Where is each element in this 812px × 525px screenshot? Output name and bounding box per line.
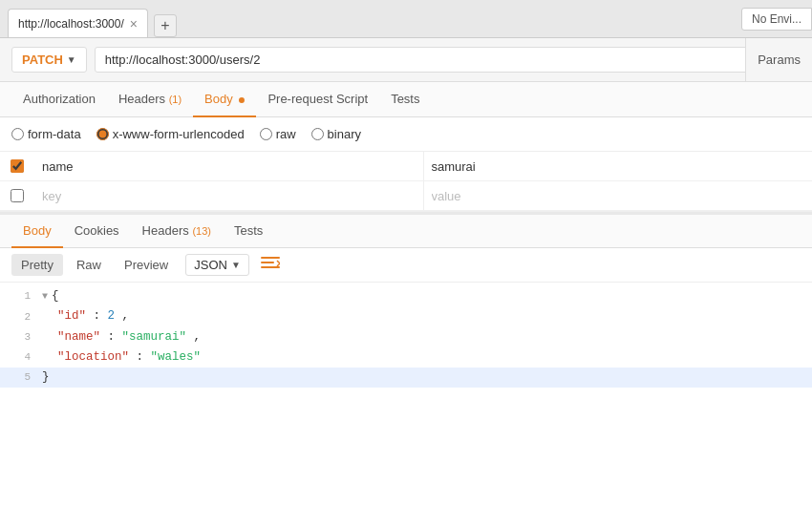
json-line-1: 1 ▼ { bbox=[0, 286, 812, 306]
json-line-2: 2 "id" : 2 , bbox=[0, 306, 812, 326]
tab-pre-request[interactable]: Pre-request Script bbox=[256, 82, 379, 117]
url-input[interactable] bbox=[95, 47, 801, 73]
resp-tab-headers[interactable]: Headers (13) bbox=[131, 215, 223, 248]
binary-option[interactable]: binary bbox=[311, 127, 361, 141]
row1-key-cell bbox=[34, 154, 423, 179]
method-label: PATCH bbox=[22, 52, 63, 67]
row2-value-cell bbox=[424, 183, 813, 209]
form-row-2 bbox=[0, 181, 812, 211]
form-data-option[interactable]: form-data bbox=[11, 127, 81, 141]
raw-option[interactable]: raw bbox=[260, 127, 296, 141]
response-toolbar: Pretty Raw Preview JSON ▼ bbox=[0, 248, 812, 283]
resp-tab-cookies[interactable]: Cookies bbox=[63, 215, 131, 248]
row2-checkbox[interactable] bbox=[11, 189, 24, 202]
row1-key-input[interactable] bbox=[42, 159, 416, 174]
row1-checkbox[interactable] bbox=[11, 159, 24, 173]
environment-badge[interactable]: No Envi... bbox=[741, 8, 812, 31]
row1-checkbox-cell bbox=[0, 152, 34, 180]
tab-tests[interactable]: Tests bbox=[379, 82, 431, 117]
svg-rect-0 bbox=[261, 257, 280, 259]
pretty-view-button[interactable]: Pretty bbox=[11, 254, 63, 276]
wrap-button[interactable] bbox=[261, 255, 280, 275]
response-section: Body Cookies Headers (13) Tests Pretty R… bbox=[0, 212, 812, 391]
url-bar: PATCH ▼ Params bbox=[0, 38, 812, 82]
response-tabs: Body Cookies Headers (13) Tests bbox=[0, 215, 812, 248]
tab-url-label: http://localhost:3000/ bbox=[18, 17, 124, 31]
new-tab-button[interactable]: + bbox=[154, 14, 177, 37]
resp-tab-body[interactable]: Body bbox=[11, 215, 63, 248]
form-data-table bbox=[0, 152, 812, 212]
row2-key-cell bbox=[34, 183, 423, 209]
method-chevron-icon: ▼ bbox=[67, 54, 76, 65]
svg-rect-1 bbox=[261, 262, 274, 263]
row2-checkbox-cell bbox=[0, 181, 34, 210]
browser-tab[interactable]: http://localhost:3000/ × bbox=[8, 9, 148, 37]
collapse-icon[interactable]: ▼ bbox=[42, 288, 48, 304]
row2-value-input[interactable] bbox=[432, 189, 805, 203]
json-line-3: 3 "name" : "samurai" , bbox=[0, 327, 812, 347]
params-button[interactable]: Params bbox=[745, 38, 812, 81]
resp-tab-tests[interactable]: Tests bbox=[223, 215, 274, 248]
wrap-icon bbox=[261, 255, 280, 270]
json-viewer: 1 ▼ { 2 "id" : 2 , 3 "name" : "samurai" … bbox=[0, 283, 812, 391]
body-active-dot bbox=[239, 97, 245, 103]
raw-view-button[interactable]: Raw bbox=[67, 254, 111, 276]
tab-authorization[interactable]: Authorization bbox=[11, 82, 107, 117]
urlencoded-option[interactable]: x-www-form-urlencoded bbox=[96, 127, 245, 141]
row2-key-input[interactable] bbox=[42, 189, 416, 203]
json-line-5: 5 } bbox=[0, 368, 812, 388]
preview-view-button[interactable]: Preview bbox=[115, 254, 178, 276]
format-selector[interactable]: JSON ▼ bbox=[185, 254, 249, 276]
svg-rect-2 bbox=[261, 266, 280, 268]
tab-headers[interactable]: Headers (1) bbox=[107, 82, 193, 117]
method-selector[interactable]: PATCH ▼ bbox=[11, 47, 87, 73]
body-type-selector: form-data x-www-form-urlencoded raw bina… bbox=[0, 117, 812, 152]
request-tabs: Authorization Headers (1) Body Pre-reque… bbox=[0, 82, 812, 117]
tab-close-button[interactable]: × bbox=[130, 17, 138, 31]
form-row-1 bbox=[0, 152, 812, 181]
json-line-4: 4 "location" : "wales" bbox=[0, 347, 812, 368]
tab-body[interactable]: Body bbox=[193, 82, 256, 117]
row1-value-input[interactable] bbox=[432, 159, 805, 174]
format-chevron-icon: ▼ bbox=[231, 260, 241, 270]
row1-value-cell bbox=[424, 154, 813, 179]
